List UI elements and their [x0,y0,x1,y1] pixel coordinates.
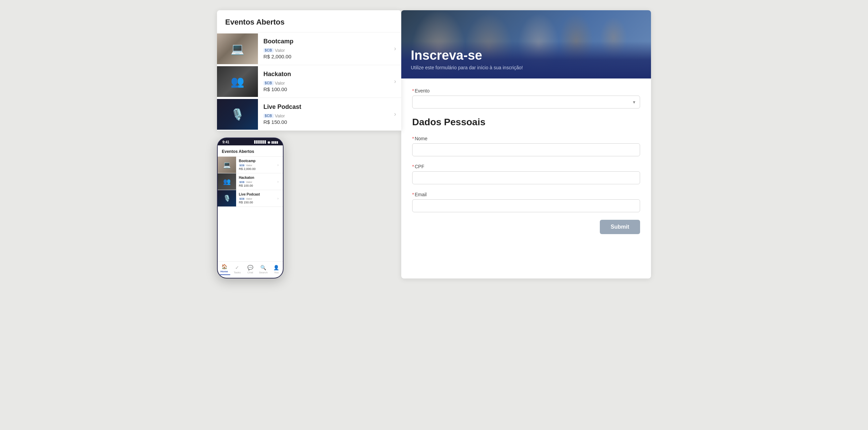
mobile-nav-tasks[interactable]: ✓ Tasks [231,265,244,274]
mobile-phone-wrapper: 9:41 ▋▋▋ ◉ ▮▮▮▮ Eventos Abertos [217,138,401,278]
mobile-valor-row-podcast: $CB Valor [239,197,275,200]
event-name-podcast: Live Podcast [263,103,385,111]
mobile-event-list: Bootcamp $CB Valor R$ 2,000.00 › [218,157,283,207]
mobile-chevron-icon: › [277,163,283,167]
mobile-time: 9:41 [222,140,229,144]
mobile-status-bar: 9:41 ▋▋▋ ◉ ▮▮▮▮ [218,138,283,145]
mobile-nav-home[interactable]: 🏠 Home [218,264,231,275]
event-thumb-bootcamp [217,33,258,64]
mobile-event-name-hackaton: Hackaton [239,176,275,180]
left-section: Eventos Abertos Bootcamp $CB Valor R$ 2,… [217,10,401,278]
table-row[interactable]: Bootcamp $CB Valor R$ 2,000.00 › [217,32,401,65]
nav-label-tasks: Tasks [234,271,241,274]
mobile-event-name-podcast: Live Podcast [239,192,275,196]
submit-button[interactable]: Submit [600,220,640,234]
cpf-label: *CPF [412,164,640,169]
signal-icon: ▋▋▋ [254,141,266,144]
mobile-event-info-bootcamp: Bootcamp $CB Valor R$ 2,000.00 [236,157,277,173]
valor-tag-bootcamp: $CB [263,48,274,53]
list-item[interactable]: Bootcamp $CB Valor R$ 2,000.00 › [218,157,283,173]
mobile-bottom-nav: 🏠 Home ✓ Tasks 💬 Chat 🔍 Search [218,261,283,278]
form-body: *Evento Bootcamp Hackaton Live Podcast ▾… [401,78,651,248]
evento-label: *Evento [412,88,640,94]
mobile-thumb-hackaton [218,173,236,190]
wifi-icon: ◉ [267,141,270,144]
battery-icon: ▮▮▮▮ [271,141,278,144]
nav-active-indicator [218,274,230,275]
form-hero-overlay: Inscreva-se Utilize este formulário para… [401,41,651,78]
home-icon: 🏠 [221,264,227,269]
panel-header: Eventos Abertos [217,10,401,32]
nome-input[interactable] [412,143,640,156]
desktop-panel: Eventos Abertos Bootcamp $CB Valor R$ 2,… [217,10,401,131]
list-item[interactable]: Live Podcast $CB Valor R$ 150.00 › [218,190,283,207]
table-row[interactable]: Hackaton $CB Valor R$ 100.00 › [217,65,401,98]
event-info-podcast: Live Podcast $CB Valor R$ 150.00 [258,98,389,130]
cpf-input[interactable] [412,171,640,184]
profile-icon: 👤 [273,265,279,270]
event-name-bootcamp: Bootcamp [263,38,385,45]
nav-label-you: You [274,271,279,274]
mobile-chevron-icon: › [277,180,283,184]
search-icon: 🔍 [260,265,266,270]
mobile-event-name-bootcamp: Bootcamp [239,159,275,163]
evento-select[interactable]: Bootcamp Hackaton Live Podcast [412,96,640,109]
event-thumb-podcast [217,99,258,130]
mobile-valor-tag-podcast: $CB [239,198,245,200]
valor-label-hackaton: Valor [275,81,285,86]
mobile-nav-search[interactable]: 🔍 Search [257,265,270,274]
desktop-event-list: Bootcamp $CB Valor R$ 2,000.00 › Hackato… [217,32,401,131]
page-container: Eventos Abertos Bootcamp $CB Valor R$ 2,… [217,10,651,278]
event-info-bootcamp: Bootcamp $CB Valor R$ 2,000.00 [258,32,389,65]
evento-required-star: * [412,88,414,94]
email-required-star: * [412,192,414,197]
form-hero: Inscreva-se Utilize este formulário para… [401,10,651,78]
chevron-right-icon: › [389,45,401,52]
mobile-valor-row-hackaton: $CB Valor [239,181,275,184]
nome-required-star: * [412,136,414,141]
chevron-right-icon: › [389,78,401,85]
table-row[interactable]: Live Podcast $CB Valor R$ 150.00 › [217,98,401,131]
valor-tag-podcast: $CB [263,114,274,118]
tasks-icon: ✓ [235,265,239,270]
dados-pessoais-title: Dados Pessoais [412,117,640,128]
event-name-hackaton: Hackaton [263,71,385,78]
form-group-nome: *Nome [412,136,640,156]
mobile-screen-header: Eventos Abertos [218,145,283,157]
mobile-event-price-hackaton: R$ 100.00 [239,184,275,187]
submit-row: Submit [412,220,640,234]
mobile-valor-label-hackaton: Valor [246,181,252,184]
mobile-nav-chat[interactable]: 💬 Chat [244,265,257,274]
form-event-section: *Evento Bootcamp Hackaton Live Podcast ▾ [412,88,640,109]
valor-label-podcast: Valor [275,113,285,118]
chat-icon: 💬 [247,265,253,270]
cpf-required-star: * [412,164,414,169]
mobile-thumb-podcast [218,190,236,206]
mobile-nav-you[interactable]: 👤 You [270,265,283,274]
email-input[interactable] [412,199,640,212]
hero-subtitle: Utilize este formulário para dar início … [411,65,641,70]
mobile-chevron-icon: › [277,197,283,200]
list-item[interactable]: Hackaton $CB Valor R$ 100.00 › [218,173,283,190]
mobile-valor-label-podcast: Valor [246,197,252,200]
valor-label-bootcamp: Valor [275,48,285,53]
event-thumb-hackaton [217,66,258,97]
valor-row-hackaton: $CB Valor [263,81,385,86]
mobile-event-price-bootcamp: R$ 2,000.00 [239,167,275,171]
mobile-valor-label-bootcamp: Valor [246,164,252,167]
valor-row-podcast: $CB Valor [263,113,385,118]
event-price-bootcamp: R$ 2,000.00 [263,54,385,59]
nav-label-search: Search [259,271,267,274]
email-label: *Email [412,192,640,197]
nav-label-chat: Chat [247,271,253,274]
nome-label: *Nome [412,136,640,141]
mobile-event-price-podcast: R$ 150.00 [239,201,275,204]
valor-row-bootcamp: $CB Valor [263,48,385,53]
mobile-phone: 9:41 ▋▋▋ ◉ ▮▮▮▮ Eventos Abertos [217,138,284,278]
mobile-valor-row-bootcamp: $CB Valor [239,164,275,167]
mobile-screen-title: Eventos Abertos [222,149,254,154]
form-group-cpf: *CPF [412,164,640,184]
nav-label-home: Home [220,270,228,273]
event-price-podcast: R$ 150.00 [263,119,385,125]
panel-title: Eventos Abertos [225,18,393,27]
